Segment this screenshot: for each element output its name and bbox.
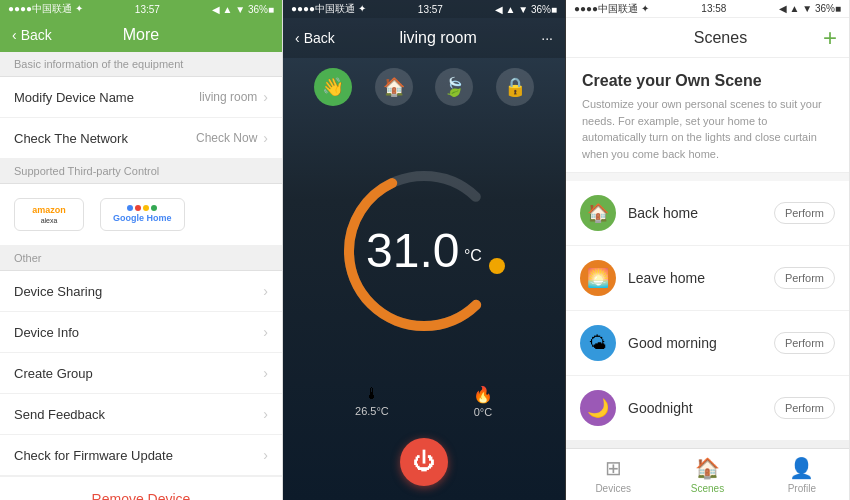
indoor-temp: 26.5°C bbox=[355, 405, 389, 417]
dot-yellow bbox=[143, 205, 149, 211]
back-home-perform-button[interactable]: Perform bbox=[774, 202, 835, 224]
function-icons-row: 👋 🏠 🍃 🔒 bbox=[283, 58, 565, 116]
reading-indoor: 🌡 26.5°C bbox=[355, 385, 389, 418]
section-other: Other bbox=[0, 246, 282, 271]
temperature-readings: 🌡 26.5°C 🔥 0°C bbox=[283, 385, 565, 428]
back-button-1[interactable]: ‹ Back bbox=[12, 27, 52, 43]
back-label-1: Back bbox=[21, 27, 52, 43]
amazon-echo-logo[interactable]: amazon alexa bbox=[14, 198, 84, 231]
status-bar-2: ●●●●中国联通 ✦ 13:57 ◀ ▲ ▼ 36%■ bbox=[283, 0, 565, 18]
menu-create-group[interactable]: Create Group › bbox=[0, 353, 282, 394]
chevron-firmware: › bbox=[263, 447, 268, 463]
scenes-nav-icon: 🏠 bbox=[695, 456, 720, 480]
chevron-group: › bbox=[263, 365, 268, 381]
device-info-label: Device Info bbox=[14, 325, 79, 340]
back-chevron-2: ‹ bbox=[295, 30, 300, 46]
carrier-1: ●●●●中国联通 ✦ bbox=[8, 2, 83, 16]
section-third-party: Supported Third-party Control bbox=[0, 159, 282, 184]
scene-description: Customize your own personal scenes to su… bbox=[582, 96, 833, 162]
add-scene-button[interactable]: + bbox=[823, 24, 837, 52]
leave-home-perform-button[interactable]: Perform bbox=[774, 267, 835, 289]
dot-red bbox=[135, 205, 141, 211]
goodnight-perform-button[interactable]: Perform bbox=[774, 397, 835, 419]
chevron-sharing: › bbox=[263, 283, 268, 299]
lock-icon[interactable]: 🔒 bbox=[496, 68, 534, 106]
scene-list: 🏠 Back home Perform 🌅 Leave home Perform… bbox=[566, 181, 849, 448]
google-home-logo[interactable]: Google Home bbox=[100, 198, 185, 231]
panel-device-settings: ●●●●中国联通 ✦ 13:57 ◀ ▲ ▼ 36%■ ‹ Back More … bbox=[0, 0, 283, 500]
back-chevron-1: ‹ bbox=[12, 27, 17, 43]
chevron-feedback: › bbox=[263, 406, 268, 422]
thermostat-ring[interactable]: 31.0 °C bbox=[339, 166, 509, 336]
back-button-2[interactable]: ‹ Back bbox=[295, 30, 335, 46]
scene-item-leave-home[interactable]: 🌅 Leave home Perform bbox=[566, 246, 849, 311]
menu-send-feedback[interactable]: Send Feedback › bbox=[0, 394, 282, 435]
scenes-nav-label: Scenes bbox=[691, 483, 724, 494]
google-dots bbox=[127, 205, 157, 211]
chevron-info: › bbox=[263, 324, 268, 340]
panel-scenes: ●●●●中国联通 ✦ 13:58 ◀ ▲ ▼ 36%■ Scenes + Cre… bbox=[566, 0, 849, 500]
time-1: 13:57 bbox=[135, 4, 160, 15]
panel-thermostat: ●●●●中国联通 ✦ 13:57 ◀ ▲ ▼ 36%■ ‹ Back livin… bbox=[283, 0, 566, 500]
status-bar-3: ●●●●中国联通 ✦ 13:58 ◀ ▲ ▼ 36%■ bbox=[566, 0, 849, 18]
nav-devices[interactable]: ⊞ Devices bbox=[566, 449, 660, 500]
status-bar-1: ●●●●中国联通 ✦ 13:57 ◀ ▲ ▼ 36%■ bbox=[0, 0, 282, 18]
goodnight-icon: 🌙 bbox=[580, 390, 616, 426]
nav-title-1: More bbox=[123, 26, 159, 44]
good-morning-icon: 🌤 bbox=[580, 325, 616, 361]
nav-bar-3: Scenes + bbox=[566, 18, 849, 58]
check-network-label: Check The Network bbox=[14, 131, 128, 146]
profile-nav-label: Profile bbox=[788, 483, 816, 494]
menu-firmware-update[interactable]: Check for Firmware Update › bbox=[0, 435, 282, 476]
wave-icon[interactable]: 👋 bbox=[314, 68, 352, 106]
empty-space bbox=[566, 441, 849, 448]
scene-item-good-morning[interactable]: 🌤 Good morning Perform bbox=[566, 311, 849, 376]
flame-icon: 🔥 bbox=[473, 385, 493, 404]
good-morning-perform-button[interactable]: Perform bbox=[774, 332, 835, 354]
more-button-2[interactable]: ··· bbox=[541, 30, 553, 46]
nav-bar-1: ‹ Back More bbox=[0, 18, 282, 52]
icons-1: ◀ ▲ ▼ 36%■ bbox=[212, 4, 274, 15]
temperature-unit: °C bbox=[464, 247, 482, 264]
carrier-3: ●●●●中国联通 ✦ bbox=[574, 2, 649, 16]
icons-3: ◀ ▲ ▼ 36%■ bbox=[779, 3, 841, 14]
leave-home-icon: 🌅 bbox=[580, 260, 616, 296]
chevron-modify: › bbox=[263, 89, 268, 105]
scene-item-goodnight[interactable]: 🌙 Goodnight Perform bbox=[566, 376, 849, 441]
profile-nav-icon: 👤 bbox=[789, 456, 814, 480]
scene-item-back-home[interactable]: 🏠 Back home Perform bbox=[566, 181, 849, 246]
menu-device-sharing[interactable]: Device Sharing › bbox=[0, 271, 282, 312]
check-network-value: Check Now bbox=[196, 131, 257, 145]
time-3: 13:58 bbox=[701, 3, 726, 14]
temperature-display: 31.0 °C bbox=[366, 223, 482, 278]
modify-device-name-label: Modify Device Name bbox=[14, 90, 134, 105]
menu-device-info[interactable]: Device Info › bbox=[0, 312, 282, 353]
goodnight-label: Goodnight bbox=[628, 400, 762, 416]
thermometer-icon: 🌡 bbox=[364, 385, 380, 403]
back-label-2: Back bbox=[304, 30, 335, 46]
modify-device-name-value: living room bbox=[199, 90, 257, 104]
home-icon[interactable]: 🏠 bbox=[375, 68, 413, 106]
good-morning-label: Good morning bbox=[628, 335, 762, 351]
carrier-2: ●●●●中国联通 ✦ bbox=[291, 2, 366, 16]
devices-nav-icon: ⊞ bbox=[605, 456, 622, 480]
temperature-value: 31.0 bbox=[366, 224, 459, 277]
dot-green bbox=[151, 205, 157, 211]
reading-target: 🔥 0°C bbox=[473, 385, 493, 418]
back-home-label: Back home bbox=[628, 205, 762, 221]
nav-title-3: Scenes bbox=[694, 29, 747, 47]
create-group-label: Create Group bbox=[14, 366, 93, 381]
google-home-label: Google Home bbox=[113, 213, 172, 223]
remove-device-button[interactable]: Remove Device bbox=[0, 476, 282, 500]
power-button[interactable]: ⏻ bbox=[400, 438, 448, 486]
device-sharing-label: Device Sharing bbox=[14, 284, 102, 299]
time-2: 13:57 bbox=[418, 4, 443, 15]
nav-scenes[interactable]: 🏠 Scenes bbox=[660, 449, 754, 500]
thermostat-area: 31.0 °C bbox=[283, 116, 565, 385]
menu-modify-device-name[interactable]: Modify Device Name living room › bbox=[0, 77, 282, 118]
nav-profile[interactable]: 👤 Profile bbox=[755, 449, 849, 500]
section-basic: Basic information of the equipment bbox=[0, 52, 282, 77]
menu-check-network[interactable]: Check The Network Check Now › bbox=[0, 118, 282, 159]
back-home-icon: 🏠 bbox=[580, 195, 616, 231]
leaf-icon[interactable]: 🍃 bbox=[435, 68, 473, 106]
